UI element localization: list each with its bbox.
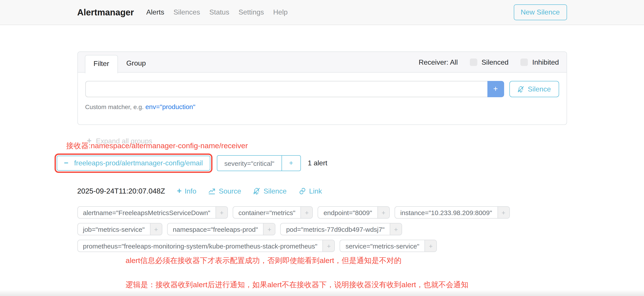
link-icon [298, 187, 306, 195]
label-add-filter-button[interactable]: + [323, 240, 334, 252]
receiver-group-button[interactable]: − freeleaps-prod/alertmanager-config/ema… [56, 156, 210, 171]
silenced-label: Silenced [482, 58, 508, 66]
label-text: endpoint="8009" [318, 207, 378, 218]
label-chip-container: container="metrics" + [233, 206, 313, 218]
inhibited-checkbox[interactable] [520, 58, 528, 66]
minus-icon: − [64, 159, 68, 168]
alert-count: 1 alert [308, 159, 327, 167]
filter-card: Filter Group Receiver: All Silenced Inhi… [77, 52, 567, 125]
label-chip-service: service="metrics-service" + [340, 240, 437, 252]
label-chip-alertname: alertname="FreeleapsMetricsServiceDown" … [77, 206, 228, 218]
label-text: namespace="freeleaps-prod" [168, 224, 263, 235]
label-chip-pod: pod="metrics-77d9cdb497-wdsj7" + [280, 223, 402, 235]
alert-source-link[interactable]: Source [208, 187, 241, 195]
inhibited-label: Inhibited [532, 58, 559, 66]
label-chip-endpoint: endpoint="8009" + [318, 206, 390, 218]
annotation-receiver-note: 接收器:namespace/altermanager-config-name/r… [66, 141, 567, 151]
nav-item-status[interactable]: Status [210, 8, 230, 16]
label-text: job="metrics-service" [78, 224, 150, 235]
label-add-filter-button[interactable]: + [301, 207, 312, 218]
alert-silence-button[interactable]: Silence [253, 187, 286, 195]
label-chip-instance: instance="10.233.98.209:8009" + [394, 206, 510, 218]
label-chip-job: job="metrics-service" + [77, 223, 162, 235]
tab-filter[interactable]: Filter [85, 55, 118, 74]
filter-card-header: Filter Group Receiver: All Silenced Inhi… [78, 52, 566, 72]
annotation-red-box: − freeleaps-prod/alertmanager-config/ema… [54, 154, 212, 173]
filter-card-body: + Silence Custom matcher, e.g. [78, 72, 566, 124]
label-add-filter-button[interactable]: + [263, 224, 275, 235]
nav-item-alerts[interactable]: Alerts [146, 8, 164, 16]
receiver-filter-dropdown[interactable]: Receiver: All [418, 58, 458, 66]
label-add-filter-button[interactable]: + [150, 224, 162, 235]
filter-tabs: Filter Group [85, 55, 154, 74]
matcher-example-link[interactable]: env="production" [146, 103, 195, 110]
matcher-help: Custom matcher, e.g. env="production" [85, 103, 559, 110]
matcher-help-text: Custom matcher, e.g. [85, 103, 144, 110]
annotation-config-note: alert信息必须在接收器下才表示配置成功，否则即使能看到alert，但是通知是… [126, 256, 567, 266]
label-add-filter-button[interactable]: + [390, 224, 402, 235]
alert-source-label: Source [219, 187, 241, 195]
label-add-filter-button[interactable]: + [497, 207, 509, 218]
nav-item-settings[interactable]: Settings [238, 8, 264, 16]
chart-line-icon [208, 187, 216, 195]
label-text: alertname="FreeleapsMetricsServiceDown" [78, 207, 216, 218]
annotation-logic-note-line1: 逻辑是：接收器收到alert后进行通知，如果alert不在接收器下，说明接收器没… [126, 280, 567, 290]
matcher-input[interactable] [85, 81, 487, 97]
label-text: prometheus="freeleaps-monitoring-system/… [78, 240, 323, 252]
label-add-filter-button[interactable]: + [424, 240, 436, 252]
label-text: service="metrics-service" [340, 240, 425, 252]
label-chip-prometheus: prometheus="freeleaps-monitoring-system/… [77, 240, 335, 252]
alert-group-header: − freeleaps-prod/alertmanager-config/ema… [54, 154, 567, 173]
label-text: instance="10.233.98.209:8009" [395, 207, 498, 218]
alert-link-button[interactable]: Link [298, 187, 322, 195]
alert-link-label: Link [309, 187, 322, 195]
bell-slash-icon [253, 187, 260, 195]
group-matcher-chip: severity="critical" + [217, 155, 301, 171]
plus-icon: + [177, 186, 182, 196]
alert-info-button[interactable]: + Info [177, 186, 196, 196]
label-add-filter-button[interactable]: + [378, 207, 389, 218]
nav-links: Alerts Silences Status Settings Help [146, 8, 288, 16]
inhibited-toggle[interactable]: Inhibited [520, 58, 559, 66]
alert-info-label: Info [184, 187, 196, 195]
tab-group[interactable]: Group [118, 55, 154, 74]
alertmanager-page: Alertmanager Alerts Silences Status Sett… [0, 0, 644, 296]
silence-from-filter-button[interactable]: Silence [509, 81, 559, 97]
silenced-checkbox[interactable] [470, 58, 477, 66]
group-matcher-add-button[interactable]: + [281, 156, 300, 171]
alert-timestamp: 2025-09-24T11:20:07.048Z [77, 187, 165, 195]
alert-labels: alertname="FreeleapsMetricsServiceDown" … [77, 206, 517, 252]
label-add-filter-button[interactable]: + [216, 207, 228, 218]
navbar: Alertmanager Alerts Silences Status Sett… [0, 0, 644, 25]
nav-item-silences[interactable]: Silences [174, 8, 200, 16]
new-silence-button[interactable]: New Silence [514, 4, 567, 20]
bottom-shadow [0, 290, 644, 296]
label-text: pod="metrics-77d9cdb497-wdsj7" [281, 224, 390, 235]
bell-slash-icon [517, 86, 524, 92]
receiver-group-label: freeleaps-prod/alertmanager-config/email [74, 159, 203, 167]
label-chip-namespace: namespace="freeleaps-prod" + [167, 223, 276, 235]
label-text: container="metrics" [233, 207, 301, 218]
nav-item-help[interactable]: Help [273, 8, 288, 16]
add-matcher-button[interactable]: + [487, 81, 504, 97]
alert-header-row: 2025-09-24T11:20:07.048Z + Info Source [77, 186, 567, 196]
alert-silence-label: Silence [264, 187, 286, 195]
app-brand[interactable]: Alertmanager [77, 7, 134, 17]
silenced-toggle[interactable]: Silenced [470, 58, 508, 66]
silence-button-label: Silence [528, 85, 551, 93]
group-matcher-label: severity="critical" [217, 156, 281, 171]
